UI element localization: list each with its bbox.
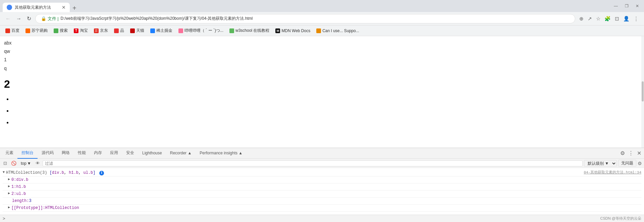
maximize-button[interactable]: ❐ (623, 2, 631, 10)
tab-favicon (7, 5, 12, 10)
key-0: 0: (11, 177, 16, 183)
expand-1-icon[interactable]: ▶ (8, 184, 10, 189)
devtools-tab-icons: ⚙ ⋮ ✕ (619, 149, 643, 158)
console-eye-button[interactable]: 👁 (34, 160, 41, 166)
console-line-prototype: ▶ [[Prototype]]: HTMLCollection (3, 205, 641, 212)
console-line-length: length: 3 (3, 198, 641, 205)
minimize-button[interactable]: — (612, 2, 620, 10)
console-prompt[interactable]: > (3, 216, 5, 221)
back-button[interactable]: ← (4, 14, 12, 23)
bookmark-tianmao[interactable]: 天猫 (127, 27, 147, 34)
no-issues-button[interactable]: 无问题 (618, 160, 636, 167)
scrollbar-vertical[interactable] (641, 36, 644, 148)
tab-application[interactable]: 应用 (106, 148, 122, 159)
tab-performance-insights[interactable]: Performance insights ▲ (196, 148, 247, 159)
console-settings-icon[interactable]: ⚙ (638, 161, 642, 166)
collection-text: HTMLCollection(3) [div.b, h1.b, ul.b] ℹ (6, 170, 104, 176)
pin-label: 品 (120, 28, 124, 33)
tianmao-label: 天猫 (136, 28, 144, 33)
context-dropdown-icon: ▼ (27, 161, 31, 166)
bookmark-mdn[interactable]: M MDN Web Docs (273, 27, 313, 34)
value-length: 3 (29, 198, 31, 204)
tab-memory[interactable]: 内存 (90, 148, 106, 159)
address-bar: ← → ↻ 🔒 文件 | D:/web前端学习/JavaScrpt学习/js%2… (0, 12, 644, 25)
devtools-settings-icon[interactable]: ⚙ (619, 149, 626, 158)
key-2: 2: (11, 191, 16, 197)
devtools-tab-bar: 元素 控制台 源代码 网络 性能 内存 应用 安全 Lighthouse Rec… (0, 148, 644, 159)
expand-0-icon[interactable]: ▶ (8, 177, 10, 182)
translate-icon[interactable]: ⊕ (578, 14, 585, 23)
expand-2-icon[interactable]: ▶ (8, 191, 10, 196)
key-prototype: [[Prototype]]: (11, 205, 45, 211)
close-button[interactable]: ✕ (633, 2, 641, 10)
jd-label: 京东 (100, 28, 108, 33)
url-bar[interactable]: 🔒 文件 | D:/web前端学习/JavaScrpt学习/js%20web%2… (35, 14, 575, 23)
scrollbar-thumb (642, 81, 644, 101)
console-line-2: ▶ 2: ul.b (3, 191, 641, 198)
console-clear-button[interactable]: 🚫 (10, 160, 18, 166)
tab-recorder[interactable]: Recorder ▲ (166, 148, 196, 159)
tab-bar: 其他获取元素的方法 ✕ + (3, 0, 79, 12)
console-output: ▼ HTMLCollection(3) [div.b, h1.b, ul.b] … (0, 168, 644, 215)
tab-title: 其他获取元素的方法 (15, 5, 51, 10)
bookmark-jd[interactable]: 京 京东 (91, 27, 111, 34)
tab-lighthouse[interactable]: Lighthouse (138, 148, 166, 159)
address-bar-icons: ⊕ ↗ ☆ 🧩 ⊡ 👤 ⋮ (578, 14, 640, 23)
devtools-more-icon[interactable]: ⋮ (627, 149, 635, 158)
value-prototype: HTMLCollection (45, 205, 79, 211)
bookmark-suning[interactable]: 苏宁易购 (23, 27, 50, 34)
new-tab-button[interactable]: + (70, 4, 79, 12)
tab-network[interactable]: 网络 (58, 148, 74, 159)
profile-icon[interactable]: 👤 (622, 14, 631, 23)
bookmark-taobao[interactable]: T 淘宝 (71, 27, 91, 34)
mdn-favicon: M (275, 28, 280, 33)
page-line-qw: qw (4, 47, 640, 56)
devtools-close-icon[interactable]: ✕ (636, 149, 643, 158)
bookmark-baidu[interactable]: 百度 (3, 27, 22, 34)
bilibili-favicon (178, 28, 183, 33)
mdn-label: MDN Web Docs (281, 28, 310, 33)
share-icon[interactable]: ↗ (586, 14, 593, 23)
split-view-icon[interactable]: ⊡ (613, 14, 621, 23)
context-selector[interactable]: top ▼ (19, 160, 33, 166)
forward-button[interactable]: → (15, 14, 23, 23)
bookmark-w3school[interactable]: w3school 在线教程 (227, 27, 272, 34)
tab-elements[interactable]: 元素 (1, 148, 17, 159)
devtools-panel: 元素 控制台 源代码 网络 性能 内存 应用 安全 Lighthouse Rec… (0, 148, 644, 222)
tab-console[interactable]: 控制台 (17, 148, 38, 159)
key-1: 1: (11, 184, 16, 190)
refresh-button[interactable]: ↻ (25, 14, 33, 23)
info-icon[interactable]: ℹ (99, 171, 104, 175)
tab-close-button[interactable]: ✕ (62, 5, 66, 10)
caniuse-label: Can I use... Suppo... (322, 28, 359, 33)
log-level-selector[interactable]: 默认级别 ▼ (584, 160, 617, 167)
console-filter-input[interactable] (43, 160, 583, 166)
bookmark-search[interactable]: 搜索 (51, 27, 70, 34)
bookmark-juejin[interactable]: 稀土掘金 (148, 27, 175, 34)
baidu-label: 百度 (11, 28, 19, 33)
console-inspect-button[interactable]: ⊡ (2, 160, 8, 166)
page-content: abx qw 1 q 2 (0, 36, 644, 148)
bookmark-pin[interactable]: 品 (111, 27, 127, 34)
bookmark-bilibili[interactable]: 哔哩哔哩（ ´ ー `)つ... (176, 27, 226, 34)
extensions-icon[interactable]: 🧩 (603, 14, 612, 23)
juejin-label: 稀土掘金 (156, 28, 172, 33)
tab-security[interactable]: 安全 (122, 148, 138, 159)
bookmarks-bar: 百度 苏宁易购 搜索 T 淘宝 京 京东 品 天猫 稀土掘金 哔哩哔哩（ ´ ー… (0, 25, 644, 36)
page-list (12, 93, 640, 129)
browser-tab[interactable]: 其他获取元素的方法 ✕ (3, 3, 70, 12)
expand-proto-icon[interactable]: ▶ (8, 205, 10, 210)
caniuse-favicon (316, 28, 321, 33)
bookmark-icon[interactable]: ☆ (595, 14, 602, 23)
search-label: 搜索 (60, 28, 68, 33)
tab-performance[interactable]: 性能 (74, 148, 90, 159)
url-path: D:/web前端学习/JavaScrpt学习/js%20web%20api%20… (61, 16, 253, 21)
expand-collection-icon[interactable]: ▼ (3, 170, 5, 175)
baidu-favicon (5, 28, 10, 33)
menu-icon[interactable]: ⋮ (632, 14, 640, 23)
console-line-0: ▶ 0: div.b (3, 176, 641, 183)
source-link-34[interactable]: 04-其他获取元素的方法.html:34 (584, 170, 641, 175)
juejin-favicon (150, 28, 155, 33)
tab-sources[interactable]: 源代码 (38, 148, 58, 159)
bookmark-caniuse[interactable]: Can I use... Suppo... (314, 27, 362, 34)
